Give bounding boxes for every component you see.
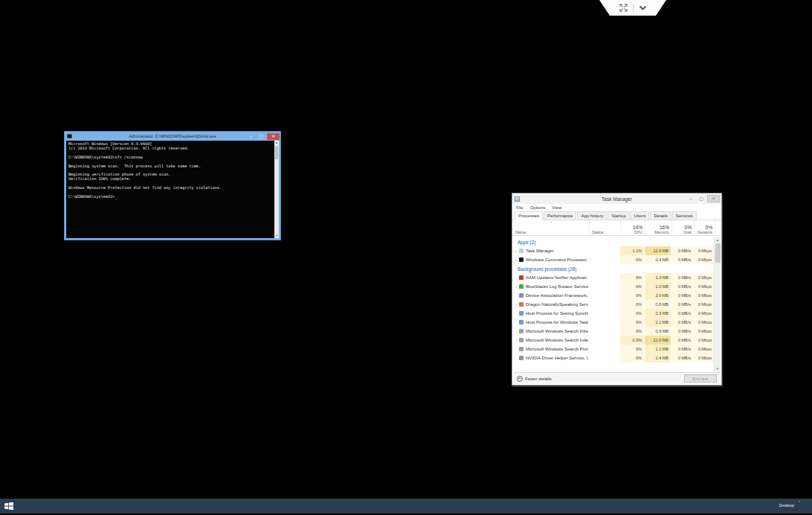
- process-icon: [519, 284, 523, 289]
- process-icon: [519, 249, 523, 253]
- tab-performance[interactable]: Performance: [544, 211, 576, 220]
- cell-net: 0 Mbps: [693, 318, 714, 327]
- process-icon: [519, 302, 523, 307]
- column-header-name[interactable]: ˆ Name: [512, 220, 589, 235]
- cell-status: [588, 336, 619, 345]
- cell-net: 0 Mbps: [693, 336, 714, 345]
- cell-cpu: 0%: [619, 255, 644, 264]
- tab-details[interactable]: Details: [650, 211, 671, 220]
- tab-processes[interactable]: Processes: [515, 211, 543, 220]
- cell-disk: 0 MB/s: [671, 300, 693, 309]
- cell-disk: 0 MB/s: [671, 336, 693, 345]
- cell-cpu: 0%: [619, 300, 644, 309]
- expand-chevron-icon[interactable]: ›: [513, 282, 519, 291]
- process-group-header[interactable]: Apps (2): [513, 237, 714, 246]
- process-row[interactable]: NVIDIA Driver Helper Service, Ve...0%1.4…: [513, 354, 714, 362]
- cell-net: 0 Mbps: [693, 309, 714, 318]
- cell-status: [588, 345, 619, 354]
- cell-disk: 0 MB/s: [671, 318, 693, 327]
- fullscreen-icon[interactable]: [619, 4, 628, 12]
- tm-maximize-button[interactable]: ▢: [697, 196, 706, 202]
- cell-disk: 0 MB/s: [671, 255, 693, 264]
- tab-users[interactable]: Users: [631, 211, 650, 220]
- tab-app-history[interactable]: App history: [577, 211, 607, 220]
- process-row[interactable]: ›Dragon NaturallySpeaking Servi...0%0.8 …: [513, 300, 714, 309]
- end-task-button[interactable]: End task: [684, 374, 717, 383]
- process-row[interactable]: Device Association Framework...0%3.9 MB0…: [513, 291, 714, 300]
- column-header-disk[interactable]: 0% Disk: [671, 220, 694, 235]
- column-header-cpu[interactable]: 14% CPU: [620, 220, 645, 235]
- process-row[interactable]: Microsoft Windows Search Filte...0%0.9 M…: [513, 327, 714, 336]
- process-row[interactable]: Host Process for Setting Synchr...0%2.3 …: [513, 309, 714, 318]
- process-row[interactable]: ›Windows Command Processor0%0.4 MB0 MB/s…: [513, 255, 714, 264]
- tm-close-button[interactable]: ✕: [707, 195, 720, 202]
- process-row[interactable]: Host Process for Windows Tasks0%2.1 MB0 …: [513, 318, 714, 327]
- cmd-maximize-button[interactable]: ▢: [257, 133, 266, 140]
- process-row[interactable]: ›Task Manager1.1%12.9 MB0 MB/s0 Mbps: [513, 246, 714, 255]
- cell-disk: 0 MB/s: [671, 246, 693, 255]
- tm-scroll-up-icon[interactable]: ▲: [716, 237, 719, 243]
- chevron-down-icon[interactable]: [639, 5, 647, 11]
- column-header-memory[interactable]: 16% Memory: [645, 220, 671, 235]
- process-name: AAM Updates Notifier Applicati...: [526, 275, 588, 280]
- process-name: Device Association Framework...: [526, 293, 588, 298]
- tm-scroll-thumb[interactable]: [715, 243, 721, 263]
- process-row[interactable]: ›BlueStacks Log Rotator Service (...0%1.…: [513, 282, 714, 291]
- expand-chevron-icon[interactable]: ›: [513, 300, 519, 309]
- tm-column-header: ˆ Name Status 14% CPU 16% Memory 0% Disk…: [512, 220, 721, 236]
- fewer-details-button[interactable]: Fewer details: [517, 376, 552, 382]
- tm-footer: Fewer details End task: [513, 372, 721, 384]
- cmd-scroll-down-icon[interactable]: ▼: [275, 234, 278, 238]
- tm-tab-strip: ProcessesPerformanceApp historyStartupUs…: [512, 211, 721, 220]
- tm-scrollbar[interactable]: ▲ ▼: [714, 237, 721, 372]
- tm-minimize-button[interactable]: –: [686, 196, 695, 202]
- cmd-close-button[interactable]: ✕: [267, 133, 280, 140]
- cell-net: 0 Mbps: [693, 300, 714, 309]
- cell-net: 0 Mbps: [693, 246, 714, 255]
- tab-services[interactable]: Services: [672, 211, 697, 220]
- process-row[interactable]: ›Microsoft Windows Search Inde...0.3%21.…: [513, 336, 714, 345]
- menu-item-view[interactable]: View: [552, 205, 561, 210]
- cmd-scroll-up-icon[interactable]: ▲: [275, 141, 278, 145]
- process-icon: [519, 347, 523, 351]
- task-manager-titlebar[interactable]: Task Manager – ▢ ✕: [512, 193, 721, 204]
- cell-mem: 0.8 MB: [644, 300, 671, 309]
- cell-mem: 3.9 MB: [644, 291, 671, 300]
- cmd-scroll-thumb[interactable]: [275, 146, 278, 159]
- cell-mem: 0.9 MB: [644, 327, 671, 336]
- process-name: Host Process for Setting Synchr...: [526, 311, 588, 316]
- cmd-output[interactable]: Microsoft Windows [Version 6.3.9600](c) …: [66, 141, 279, 238]
- process-list: Apps (2)›Task Manager1.1%12.9 MB0 MB/s0 …: [513, 237, 721, 372]
- process-icon: [519, 258, 523, 262]
- tm-scroll-down-icon[interactable]: ▼: [716, 366, 719, 372]
- cmd-scrollbar[interactable]: ▲ ▼: [274, 141, 279, 238]
- process-icon: [519, 338, 523, 342]
- process-group-header[interactable]: Background processes (28): [513, 264, 714, 273]
- expand-chevron-icon[interactable]: ›: [513, 255, 519, 264]
- cmd-window: Administrator: C:\WINDOWS\system32\cmd.e…: [64, 131, 281, 240]
- cell-cpu: 1.1%: [619, 246, 644, 255]
- tab-startup[interactable]: Startup: [608, 211, 629, 220]
- cell-net: 0 Mbps: [693, 354, 714, 362]
- process-name: Dragon NaturallySpeaking Servi...: [526, 302, 588, 307]
- cell-disk: 0 MB/s: [671, 354, 693, 362]
- cell-disk: 0 MB/s: [671, 327, 693, 336]
- cmd-titlebar[interactable]: Administrator: C:\WINDOWS\system32\cmd.e…: [65, 132, 280, 141]
- task-manager-window: Task Manager – ▢ ✕ FileOptionsView Proce…: [512, 193, 722, 386]
- process-row[interactable]: AAM Updates Notifier Applicati...0%1.3 M…: [513, 273, 714, 282]
- taskbar-quote-mark: ”: [799, 500, 800, 505]
- cell-status: [588, 309, 619, 318]
- cell-mem: 1.1 MB: [644, 345, 671, 354]
- taskbar-desktop-label[interactable]: Desktop: [779, 503, 794, 508]
- cmd-minimize-button[interactable]: –: [246, 133, 256, 140]
- column-header-network[interactable]: 0% Network: [694, 220, 715, 235]
- column-header-status[interactable]: Status: [589, 220, 620, 235]
- menu-item-file[interactable]: File: [516, 205, 523, 210]
- expand-chevron-icon[interactable]: ›: [513, 336, 519, 345]
- menu-item-options[interactable]: Options: [530, 205, 546, 210]
- process-row[interactable]: Microsoft Windows Search Prot...0%1.1 MB…: [513, 345, 714, 354]
- cell-disk: 0 MB/s: [671, 282, 693, 291]
- expand-chevron-icon[interactable]: ›: [513, 246, 519, 255]
- cell-net: 0 Mbps: [693, 273, 714, 282]
- start-button[interactable]: [4, 502, 13, 511]
